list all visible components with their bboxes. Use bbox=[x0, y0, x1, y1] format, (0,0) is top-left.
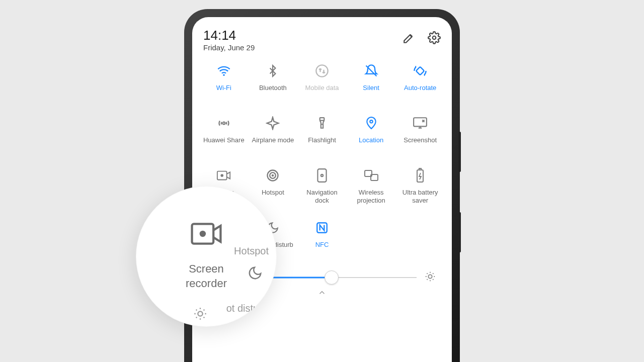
screen-recorder-icon bbox=[216, 167, 232, 184]
qs-tile-label: Auto-rotate bbox=[404, 84, 436, 92]
qs-tile-huawei-share[interactable]: Huawei Share bbox=[199, 115, 249, 155]
svg-rect-5 bbox=[320, 118, 325, 120]
qs-tile-label: Flashlight bbox=[308, 136, 336, 144]
dnd-icon bbox=[248, 265, 263, 283]
bluetooth-icon bbox=[265, 63, 281, 79]
qs-tile-nav-dock[interactable]: Navigation dock bbox=[297, 167, 347, 208]
airplane-icon bbox=[265, 115, 281, 131]
phone-side-button bbox=[458, 132, 461, 172]
qs-tile-label: Huawei Share bbox=[203, 136, 245, 144]
clock-date: Friday, June 29 bbox=[203, 43, 255, 52]
svg-point-23 bbox=[428, 275, 432, 278]
screen-recorder-icon bbox=[190, 222, 222, 248]
nfc-icon bbox=[314, 220, 330, 236]
huawei-share-icon bbox=[216, 115, 232, 131]
qs-tile-label: Silent bbox=[363, 84, 379, 92]
qs-tile-label: Navigation dock bbox=[299, 189, 345, 205]
qs-tile-label: Wi-Fi bbox=[216, 84, 231, 92]
qs-tile-label: Ultra battery saver bbox=[397, 189, 443, 205]
qs-tile-screenshot[interactable]: Screenshot bbox=[395, 115, 445, 155]
screenshot-icon bbox=[412, 115, 428, 131]
qs-tile-silent[interactable]: Silent bbox=[347, 63, 396, 103]
svg-point-26 bbox=[200, 231, 206, 237]
clock-time: 14:14 bbox=[203, 28, 255, 43]
battery-saver-icon bbox=[412, 167, 428, 184]
qs-tile-label: Wireless projection bbox=[348, 189, 394, 205]
qs-tile-label: Location bbox=[359, 136, 383, 144]
qs-tile-wifi[interactable]: Wi-Fi bbox=[199, 63, 249, 103]
svg-rect-3 bbox=[416, 66, 424, 74]
qs-tile-bluetooth[interactable]: Bluetooth bbox=[249, 63, 298, 103]
zoom-callout: Hotspot ot disturb Screenrecorder bbox=[136, 186, 277, 327]
hotspot-icon bbox=[265, 167, 281, 184]
svg-rect-8 bbox=[414, 118, 427, 126]
svg-point-1 bbox=[223, 74, 225, 76]
svg-point-2 bbox=[316, 65, 328, 76]
edit-icon[interactable] bbox=[403, 31, 416, 44]
qs-tile-label: Airplane mode bbox=[252, 136, 294, 144]
qs-tile-label: Mobile data bbox=[305, 84, 339, 92]
clock-block: 14:14 Friday, June 29 bbox=[203, 28, 255, 52]
svg-point-7 bbox=[370, 120, 372, 123]
nav-dock-icon bbox=[314, 167, 330, 184]
brightness-thumb[interactable] bbox=[325, 270, 339, 285]
qs-tile-auto-rotate[interactable]: Auto-rotate bbox=[395, 63, 445, 103]
qs-tile-location[interactable]: Location bbox=[347, 115, 396, 155]
svg-point-10 bbox=[220, 174, 223, 177]
brightness-high-icon bbox=[425, 271, 436, 284]
qs-tile-empty bbox=[395, 220, 445, 260]
wireless-proj-icon bbox=[363, 167, 379, 184]
settings-gear-icon[interactable] bbox=[428, 31, 441, 44]
qs-tile-mobile-data[interactable]: Mobile data bbox=[297, 63, 347, 103]
qs-tile-airplane[interactable]: Airplane mode bbox=[249, 115, 298, 155]
flashlight-icon bbox=[314, 115, 330, 131]
phone-side-button bbox=[458, 212, 461, 252]
silent-icon bbox=[363, 63, 379, 79]
svg-point-15 bbox=[321, 174, 323, 176]
qs-tile-label: NFC bbox=[315, 241, 329, 249]
svg-rect-14 bbox=[317, 169, 326, 182]
auto-rotate-icon bbox=[412, 63, 428, 79]
mobile-data-icon bbox=[314, 63, 330, 79]
callout-main-label: Screenrecorder bbox=[186, 262, 227, 291]
qs-tile-nfc[interactable]: NFC bbox=[297, 220, 347, 260]
qs-tile-wireless-proj[interactable]: Wireless projection bbox=[347, 167, 396, 208]
brightness-auto-icon bbox=[193, 307, 207, 323]
qs-tile-label: Bluetooth bbox=[259, 84, 287, 92]
svg-point-0 bbox=[433, 36, 436, 40]
svg-point-4 bbox=[222, 122, 225, 124]
qs-tile-empty bbox=[347, 220, 396, 260]
svg-point-11 bbox=[272, 174, 274, 176]
svg-rect-19 bbox=[419, 168, 421, 170]
location-icon bbox=[363, 115, 379, 131]
svg-point-24 bbox=[198, 311, 202, 316]
qs-tile-flashlight[interactable]: Flashlight bbox=[297, 115, 347, 155]
wifi-icon bbox=[216, 63, 232, 79]
qs-tile-label: Hotspot bbox=[262, 189, 284, 197]
qs-tile-label: Screenshot bbox=[404, 136, 437, 144]
callout-side-hotspot: Hotspot bbox=[234, 244, 269, 257]
svg-rect-18 bbox=[417, 170, 423, 182]
qs-tile-battery-saver[interactable]: Ultra battery saver bbox=[395, 167, 445, 208]
qs-tile-hotspot[interactable]: Hotspot bbox=[249, 167, 298, 208]
